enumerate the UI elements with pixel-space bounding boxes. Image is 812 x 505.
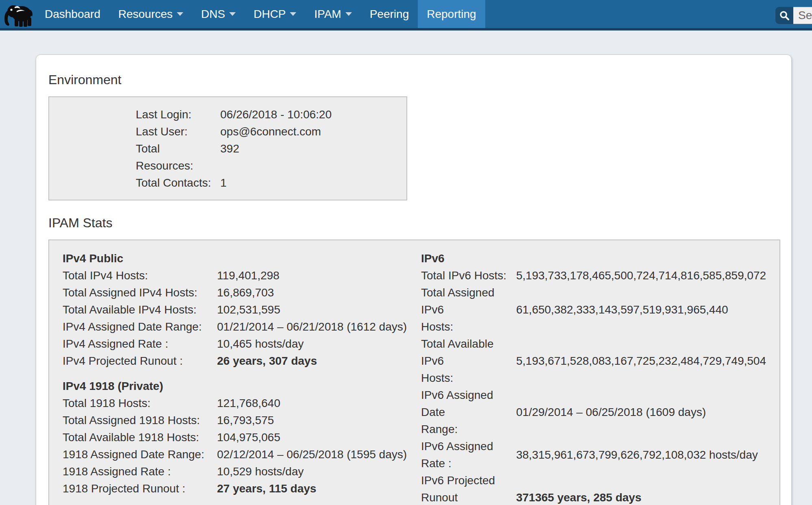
table-row: Last Login: 06/26/2018 - 10:06:20 bbox=[136, 106, 332, 123]
stat-label: IPv4 Projected Runout : bbox=[63, 353, 217, 370]
table-row: Total Assigned IPv4 Hosts: 16,869,703 bbox=[63, 284, 407, 301]
table-row: IPv6 Assigned Rate : 38,315,961,673,799,… bbox=[421, 438, 766, 472]
stat-value: 61,650,382,333,143,597,519,931,965,440 bbox=[516, 284, 766, 335]
top-navbar: Dashboard Resources DNS DHCP IPAM Peerin… bbox=[0, 0, 812, 30]
stat-label: Total IPv6 Hosts: bbox=[421, 267, 516, 284]
ipv6-heading: IPv6 bbox=[421, 250, 766, 267]
stat-label: Total Assigned IPv4 Hosts: bbox=[63, 284, 217, 301]
app-logo[interactable] bbox=[0, 0, 36, 28]
nav-item-dashboard[interactable]: Dashboard bbox=[36, 0, 109, 28]
ipv6-table: Total IPv6 Hosts: 5,193,733,178,465,500,… bbox=[421, 267, 766, 505]
stat-value: 02/12/2014 – 06/25/2018 (1595 days) bbox=[217, 446, 407, 463]
ipv4-column: IPv4 Public Total IPv4 Hosts: 119,401,29… bbox=[63, 250, 421, 497]
stat-label: Last Login: bbox=[136, 106, 220, 123]
stat-value: 16,793,575 bbox=[217, 412, 407, 429]
nav-label: IPAM bbox=[314, 8, 341, 21]
table-row: IPv6 Assigned Date Range: 01/29/2014 – 0… bbox=[421, 387, 766, 438]
environment-title: Environment bbox=[48, 71, 779, 88]
table-row: 1918 Projected Runout : 27 years, 115 da… bbox=[63, 480, 407, 497]
table-row: 1918 Assigned Rate : 10,529 hosts/day bbox=[63, 463, 407, 480]
table-row: Last User: ops@6connect.com bbox=[136, 123, 332, 140]
elephant-logo-icon bbox=[3, 1, 33, 27]
chevron-down-icon bbox=[229, 12, 236, 16]
nav-item-dns[interactable]: DNS bbox=[192, 0, 245, 28]
chevron-down-icon bbox=[290, 12, 296, 16]
stat-value: 01/21/2014 – 06/21/2018 (1612 days) bbox=[217, 318, 407, 335]
environment-panel: Last Login: 06/26/2018 - 10:06:20 Last U… bbox=[48, 96, 407, 200]
table-row: Total Assigned IPv6 Hosts: 61,650,382,33… bbox=[421, 284, 766, 335]
table-row: IPv4 Assigned Date Range: 01/21/2014 – 0… bbox=[63, 318, 407, 335]
nav-item-dhcp[interactable]: DHCP bbox=[245, 0, 305, 28]
nav-item-reporting[interactable]: Reporting bbox=[418, 0, 485, 28]
stat-value: 10,465 hosts/day bbox=[217, 335, 407, 353]
main-nav: Dashboard Resources DNS DHCP IPAM Peerin… bbox=[36, 0, 485, 28]
table-row: Total Available IPv4 Hosts: 102,531,595 bbox=[63, 301, 407, 318]
table-row: Total 1918 Hosts: 121,768,640 bbox=[63, 395, 407, 412]
stat-label: Total Assigned 1918 Hosts: bbox=[63, 412, 217, 429]
stat-value: 1 bbox=[220, 174, 332, 192]
table-row: IPv4 Assigned Rate : 10,465 hosts/day bbox=[63, 335, 407, 353]
ipv4-public-heading: IPv4 Public bbox=[63, 250, 421, 267]
stat-value: 06/26/2018 - 10:06:20 bbox=[220, 106, 332, 123]
nav-label: DHCP bbox=[254, 8, 286, 21]
search-input[interactable] bbox=[793, 7, 812, 24]
table-row: Total IPv4 Hosts: 119,401,298 bbox=[63, 267, 407, 284]
environment-table: Last Login: 06/26/2018 - 10:06:20 Last U… bbox=[136, 106, 332, 192]
stat-label: IPv4 Assigned Rate : bbox=[63, 335, 217, 353]
search-button[interactable] bbox=[775, 7, 793, 24]
stat-label: 1918 Assigned Rate : bbox=[63, 463, 217, 480]
table-row: 1918 Assigned Date Range: 02/12/2014 – 0… bbox=[63, 446, 407, 463]
ipv6-column: IPv6 Total IPv6 Hosts: 5,193,733,178,465… bbox=[421, 250, 766, 505]
table-row: IPv6 Projected Runout : 371365 years, 28… bbox=[421, 472, 766, 505]
table-row: Total IPv6 Hosts: 5,193,733,178,465,500,… bbox=[421, 267, 766, 284]
table-row: Total Contacts: 1 bbox=[136, 174, 332, 192]
stat-label: 1918 Projected Runout : bbox=[63, 480, 217, 497]
stat-label: Total Resources: bbox=[136, 140, 220, 174]
search-icon bbox=[779, 10, 790, 21]
nav-item-peering[interactable]: Peering bbox=[361, 0, 418, 28]
stat-value: 10,529 hosts/day bbox=[217, 463, 407, 480]
ipv4-private-heading: IPv4 1918 (Private) bbox=[63, 378, 421, 395]
stat-label: IPv6 Assigned Date Range: bbox=[421, 387, 516, 438]
stat-value: 102,531,595 bbox=[217, 301, 407, 318]
stat-value: 38,315,961,673,799,626,792,108,032 hosts… bbox=[516, 438, 766, 472]
nav-label: Reporting bbox=[427, 8, 476, 21]
stat-value: 01/29/2014 – 06/25/2018 (1609 days) bbox=[516, 387, 766, 438]
stat-value: 371365 years, 285 days bbox=[516, 472, 766, 505]
table-row: Total Available 1918 Hosts: 104,975,065 bbox=[63, 429, 407, 446]
nav-item-resources[interactable]: Resources bbox=[109, 0, 192, 28]
stat-label: Last User: bbox=[136, 123, 220, 140]
nav-item-ipam[interactable]: IPAM bbox=[305, 0, 360, 28]
nav-label: Dashboard bbox=[45, 8, 100, 21]
reporting-dashboard-card: Environment Last Login: 06/26/2018 - 10:… bbox=[36, 54, 792, 505]
stat-label: Total 1918 Hosts: bbox=[63, 395, 217, 412]
stat-value: 104,975,065 bbox=[217, 429, 407, 446]
stat-value: 16,869,703 bbox=[217, 284, 407, 301]
ipam-stats-title: IPAM Stats bbox=[48, 214, 779, 231]
stat-value: 121,768,640 bbox=[217, 395, 407, 412]
table-row: IPv4 Projected Runout : 26 years, 307 da… bbox=[63, 353, 407, 370]
stat-value: 392 bbox=[220, 140, 332, 174]
stat-label: Total Contacts: bbox=[136, 174, 220, 192]
stat-value: 26 years, 307 days bbox=[217, 353, 407, 370]
stat-value: 119,401,298 bbox=[217, 267, 407, 284]
stat-label: IPv6 Assigned Rate : bbox=[421, 438, 516, 472]
stat-label: Total Assigned IPv6 Hosts: bbox=[421, 284, 516, 335]
stat-label: IPv6 Projected Runout : bbox=[421, 472, 516, 505]
stat-label: Total IPv4 Hosts: bbox=[63, 267, 217, 284]
chevron-down-icon bbox=[177, 12, 183, 16]
ipv4-public-table: Total IPv4 Hosts: 119,401,298 Total Assi… bbox=[63, 267, 407, 370]
stat-label: Total Available 1918 Hosts: bbox=[63, 429, 217, 446]
stat-label: 1918 Assigned Date Range: bbox=[63, 446, 217, 463]
ipam-stats-panel: IPv4 Public Total IPv4 Hosts: 119,401,29… bbox=[48, 239, 780, 505]
global-search bbox=[775, 7, 812, 24]
stat-value: 5,193,733,178,465,500,724,714,816,585,85… bbox=[516, 267, 766, 284]
stat-value: ops@6connect.com bbox=[220, 123, 332, 140]
stat-value: 27 years, 115 days bbox=[217, 480, 407, 497]
stat-label: Total Available IPv4 Hosts: bbox=[63, 301, 217, 318]
table-row: Total Resources: 392 bbox=[136, 140, 332, 174]
stat-value: 5,193,671,528,083,167,725,232,484,729,74… bbox=[516, 335, 766, 387]
nav-label: DNS bbox=[201, 8, 225, 21]
ipv4-private-table: Total 1918 Hosts: 121,768,640 Total Assi… bbox=[63, 395, 407, 497]
nav-label: Peering bbox=[370, 8, 409, 21]
